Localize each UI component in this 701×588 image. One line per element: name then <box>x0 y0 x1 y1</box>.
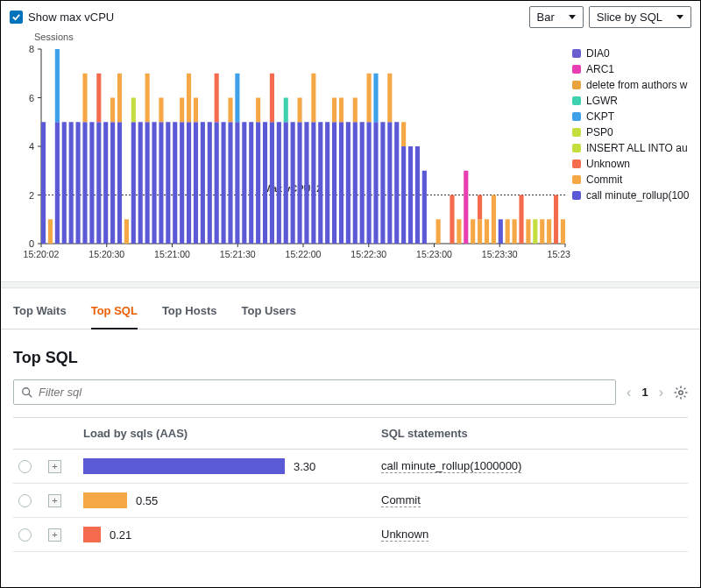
svg-rect-44 <box>103 122 108 244</box>
svg-rect-76 <box>249 122 253 244</box>
page-number: 1 <box>641 386 648 399</box>
svg-rect-61 <box>180 98 184 123</box>
tab-top-waits[interactable]: Top Waits <box>13 304 67 329</box>
legend-label: INSERT ALL INTO au <box>586 142 688 154</box>
column-sql[interactable]: SQL statements <box>381 427 688 440</box>
legend-item[interactable]: CKPT <box>572 110 691 123</box>
svg-rect-122 <box>492 195 496 244</box>
svg-rect-48 <box>117 74 122 123</box>
svg-rect-95 <box>339 122 343 244</box>
load-bar <box>83 492 127 508</box>
slice-by-select[interactable]: Slice by SQL <box>589 6 691 28</box>
svg-rect-75 <box>242 122 246 244</box>
sql-statement[interactable]: Commit <box>381 493 421 507</box>
legend-item[interactable]: PSP0 <box>572 126 691 138</box>
svg-rect-108 <box>394 122 399 244</box>
svg-rect-37 <box>69 122 74 244</box>
svg-rect-106 <box>387 122 392 244</box>
svg-rect-52 <box>138 122 143 244</box>
svg-line-142 <box>676 395 678 397</box>
svg-rect-90 <box>311 74 315 123</box>
svg-rect-79 <box>263 122 267 244</box>
svg-rect-64 <box>194 122 198 244</box>
svg-rect-39 <box>82 122 87 244</box>
svg-rect-103 <box>373 122 378 244</box>
load-value: 3.30 <box>294 460 315 473</box>
legend-swatch <box>572 191 581 200</box>
svg-rect-63 <box>187 74 191 123</box>
table-row: +0.55Commit <box>13 484 688 518</box>
svg-rect-50 <box>131 122 136 244</box>
svg-text:6: 6 <box>29 93 34 103</box>
row-radio[interactable] <box>18 460 32 473</box>
svg-rect-98 <box>353 122 358 244</box>
svg-rect-71 <box>228 122 232 244</box>
legend-label: Unknown <box>586 158 630 170</box>
legend-swatch <box>572 49 581 58</box>
page-prev-button[interactable]: ‹ <box>627 385 631 400</box>
svg-rect-45 <box>110 122 115 244</box>
svg-rect-97 <box>346 122 350 244</box>
show-max-vcpu-checkbox[interactable] <box>10 11 23 24</box>
expand-button[interactable]: + <box>48 494 61 507</box>
svg-rect-59 <box>173 122 177 244</box>
sql-statement[interactable]: Unknown <box>381 528 428 542</box>
page-next-button[interactable]: › <box>659 385 663 400</box>
svg-rect-113 <box>422 171 427 244</box>
legend-item[interactable]: Unknown <box>572 158 691 170</box>
svg-text:0: 0 <box>29 238 34 249</box>
legend-label: delete from authors w <box>586 79 687 91</box>
tab-top-hosts[interactable]: Top Hosts <box>162 304 217 329</box>
legend-item[interactable]: LGWR <box>572 95 691 107</box>
settings-icon[interactable] <box>674 386 688 400</box>
table-row: +0.21Unknown <box>13 518 688 552</box>
filter-sql-input[interactable] <box>39 386 608 399</box>
legend-label: CKPT <box>586 110 614 123</box>
row-radio[interactable] <box>18 494 32 507</box>
check-icon <box>11 12 21 22</box>
svg-rect-121 <box>485 219 489 244</box>
svg-text:4: 4 <box>29 141 34 152</box>
svg-text:15:20:02: 15:20:02 <box>24 249 60 259</box>
tab-top-sql[interactable]: Top SQL <box>91 304 138 329</box>
expand-button[interactable]: + <box>48 460 61 473</box>
svg-rect-114 <box>436 219 441 244</box>
chart-legend: DIA0ARC1delete from authors wLGWRCKPTPSP… <box>572 32 691 273</box>
svg-rect-120 <box>478 195 482 220</box>
legend-item[interactable]: call minute_rollup(100 <box>572 189 691 202</box>
legend-item[interactable]: DIA0 <box>572 47 691 60</box>
legend-swatch <box>572 112 581 121</box>
column-load[interactable]: Load by sqls (AAS) <box>83 427 381 440</box>
legend-item[interactable]: ARC1 <box>572 63 691 75</box>
svg-rect-129 <box>540 219 544 244</box>
svg-line-141 <box>684 395 686 397</box>
svg-rect-35 <box>55 49 60 122</box>
svg-text:15:23:30: 15:23:30 <box>482 249 518 259</box>
chart-type-select[interactable]: Bar <box>529 6 584 28</box>
row-radio[interactable] <box>18 528 32 542</box>
show-max-vcpu-label: Show max vCPU <box>28 11 114 24</box>
sql-statement[interactable]: call minute_rollup(1000000) <box>381 459 521 473</box>
legend-item[interactable]: INSERT ALL INTO au <box>572 142 691 154</box>
svg-rect-66 <box>201 122 205 244</box>
filter-input-wrap[interactable] <box>13 379 616 405</box>
legend-label: ARC1 <box>586 63 614 75</box>
svg-rect-102 <box>367 74 372 123</box>
caret-down-icon <box>676 15 683 19</box>
svg-rect-100 <box>360 122 365 244</box>
svg-rect-132 <box>561 219 565 244</box>
svg-rect-83 <box>284 122 288 244</box>
svg-text:8: 8 <box>29 44 34 54</box>
legend-label: LGWR <box>586 95 618 107</box>
expand-button[interactable]: + <box>48 528 61 542</box>
svg-rect-57 <box>159 98 163 123</box>
svg-rect-43 <box>96 74 101 123</box>
legend-item[interactable]: delete from authors w <box>572 79 691 91</box>
svg-rect-105 <box>380 122 385 244</box>
tab-top-users[interactable]: Top Users <box>241 304 296 329</box>
legend-item[interactable]: Commit <box>572 174 691 186</box>
svg-rect-87 <box>297 98 301 123</box>
search-icon <box>21 386 33 399</box>
svg-rect-55 <box>152 122 156 244</box>
svg-rect-62 <box>187 122 191 244</box>
